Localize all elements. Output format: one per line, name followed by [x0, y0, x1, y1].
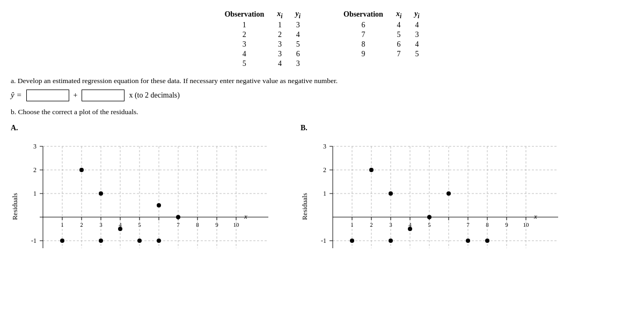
svg-text:2: 2 [323, 166, 326, 174]
data-point [176, 215, 180, 219]
data-point [157, 203, 161, 207]
equation-row: ŷ = + x (to 2 decimals) [11, 90, 633, 101]
table-cell-xi: 3 [277, 40, 282, 49]
intercept-input[interactable] [26, 90, 69, 101]
table-cell-xi: 4 [396, 21, 401, 29]
svg-text:3: 3 [99, 221, 103, 228]
data-point [408, 227, 412, 231]
yhat-label: ŷ = [11, 91, 22, 100]
table-row: 5 [224, 60, 264, 68]
svg-text:5: 5 [138, 221, 141, 228]
svg-text:3: 3 [323, 143, 326, 150]
svg-text:x: x [244, 212, 247, 220]
part-b-label: b. Choose the correct a plot of the resi… [11, 108, 138, 116]
plots-section: A. Residuals [11, 124, 633, 277]
table-row: 6 [343, 21, 383, 29]
svg-text:1: 1 [350, 221, 354, 228]
data-point [350, 239, 354, 243]
data-point [118, 227, 122, 231]
data-section: Observation xi yi 113 224 335 436 543 Ob… [11, 10, 633, 68]
table-cell-xi: 1 [277, 21, 282, 29]
data-point [485, 239, 489, 243]
svg-text:-1: -1 [321, 237, 326, 244]
svg-text:10: 10 [523, 221, 530, 228]
table-row: 4 [224, 50, 264, 58]
table1: Observation xi yi 113 224 335 436 543 [224, 10, 301, 68]
plot-b-container: B. Residuals [301, 124, 569, 277]
table-cell-yi: 5 [296, 40, 301, 49]
svg-text:3: 3 [389, 221, 392, 228]
table-cell-yi: 5 [414, 50, 419, 58]
table-cell-xi: 2 [277, 31, 282, 39]
svg-text:8: 8 [486, 221, 489, 228]
svg-text:1: 1 [61, 221, 64, 228]
table-cell-xi: 6 [396, 40, 401, 49]
data-point [137, 239, 142, 243]
table-row: 3 [224, 40, 264, 49]
data-point [389, 239, 393, 243]
svg-text:9: 9 [505, 221, 508, 228]
table-cell-yi: 4 [414, 21, 419, 29]
table-row: 9 [343, 50, 383, 58]
data-point [99, 239, 103, 243]
data-point [389, 191, 393, 196]
data-point [79, 168, 84, 172]
table2-yi-header: yi [414, 10, 419, 20]
table-row: 2 [224, 31, 264, 39]
table2-xi-header: xi [396, 10, 401, 20]
plot-a-container: A. Residuals [11, 124, 279, 277]
table-cell-xi: 4 [277, 60, 282, 68]
part-a-label: a. Develop an estimated regression equat… [11, 77, 338, 85]
part-b: b. Choose the correct a plot of the resi… [11, 108, 633, 116]
svg-text:8: 8 [196, 221, 199, 228]
plot-a-y-label: Residuals [11, 193, 19, 220]
svg-text:2: 2 [370, 221, 373, 228]
svg-text:7: 7 [177, 221, 180, 228]
plot-a-label: A. [11, 124, 279, 132]
table-cell-yi: 3 [296, 21, 301, 29]
table-cell-yi: 3 [414, 31, 419, 39]
slope-input[interactable] [82, 90, 125, 101]
plus-label: + [74, 91, 78, 100]
svg-text:x: x [533, 212, 537, 220]
table-row: 7 [343, 31, 383, 39]
table-cell-yi: 6 [296, 50, 301, 58]
data-point [427, 215, 431, 219]
data-point [60, 239, 64, 243]
part-a: a. Develop an estimated regression equat… [11, 77, 633, 101]
svg-text:1: 1 [323, 190, 326, 197]
table1-obs-header: Observation [224, 10, 264, 19]
plot-b-y-label: Residuals [301, 193, 309, 220]
data-point [447, 191, 451, 196]
table-cell-yi: 4 [414, 40, 419, 49]
table-cell-xi: 3 [277, 50, 282, 58]
svg-text:5: 5 [428, 221, 431, 228]
data-point [157, 239, 161, 243]
plot-b-svg: 3 2 1 -1 1 2 3 4 5 7 8 9 10 x [311, 136, 569, 275]
svg-text:9: 9 [215, 221, 218, 228]
svg-text:7: 7 [466, 221, 470, 228]
table1-xi-header: xi [277, 10, 282, 20]
svg-text:-1: -1 [31, 237, 36, 244]
table2: Observation xi yi 644 753 864 975 [343, 10, 420, 68]
data-point [99, 191, 103, 196]
svg-text:1: 1 [33, 190, 36, 197]
table2-obs-header: Observation [343, 10, 383, 19]
table-cell-yi: 4 [296, 31, 301, 39]
svg-text:3: 3 [33, 143, 36, 150]
table-row: 8 [343, 40, 383, 49]
page: Observation xi yi 113 224 335 436 543 Ob… [0, 0, 644, 283]
plot-a-svg: 3 2 1 -1 1 2 3 4 5 7 8 9 10 [21, 136, 279, 275]
table-row: 1 [224, 21, 264, 29]
data-point [369, 168, 374, 172]
plot-b-label: B. [301, 124, 569, 132]
svg-text:2: 2 [80, 221, 83, 228]
table-cell-xi: 7 [396, 50, 401, 58]
svg-text:2: 2 [33, 166, 36, 174]
x-label: x (to 2 decimals) [129, 91, 179, 100]
table1-yi-header: yi [296, 10, 301, 20]
data-point [466, 239, 470, 243]
svg-text:10: 10 [233, 221, 240, 228]
table-cell-xi: 5 [396, 31, 401, 39]
table-cell-yi: 3 [296, 60, 301, 68]
